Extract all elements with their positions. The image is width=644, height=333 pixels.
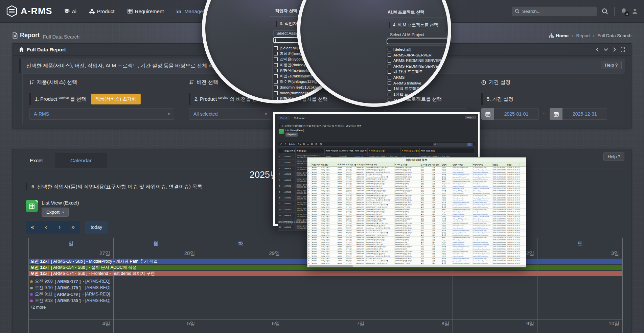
table-row[interactable]: 39A-RMS2025년 1분기ARMS하위이슈ARMS-18MiddlePro…: [307, 255, 526, 258]
table-row[interactable]: 35A-RMS2025년 1분기ARMS연결이슈ARMS-191[ARMS-RE…: [307, 246, 526, 248]
table-row[interactable]: 30A-RMS2025년 1분기ARMS요구사항ARMS-177[ARMS-RE…: [307, 234, 526, 237]
table-row[interactable]: 2A-RMS2025년 1분기ARMS요구사항ARMS-183[ARMS-REQ…: [307, 169, 526, 171]
column-header[interactable]: 제품(서비스): [283, 148, 296, 154]
table-row[interactable]: 14A-RMS2025년 1분기ARMS요구사항ARMS-183[ARMS-RE…: [307, 197, 526, 199]
table-row[interactable]: 38A-RMS2025년 1분기ARMS요구사항ARMS-183[ARMS-RE…: [307, 253, 526, 255]
table-row[interactable]: 10A-RMS2025년 1분기ARMS연결이슈ARMS-176[ARMS-RE…: [307, 188, 526, 190]
table-row[interactable]: 26A-RMS2025년 1분기ARMS요구사항ARMS-183[ARMS-RE…: [307, 225, 526, 227]
checkbox-icon[interactable]: [274, 91, 278, 95]
toolbar-item[interactable]: Arial ▾: [289, 143, 295, 146]
table-row[interactable]: 34A-RMS2025년 1분기ARMS연결이슈ARMS-176[ARMS-RE…: [307, 243, 526, 246]
checkbox-icon[interactable]: [274, 97, 278, 100]
calendar-icon-button[interactable]: [481, 108, 494, 120]
search-submit-icon[interactable]: [602, 8, 608, 15]
table-row[interactable]: 29A-RMS2025년 1분기ARMS하위이슈ARMS-174Frontend…: [307, 232, 526, 234]
alm-project-filter-input[interactable]: [387, 39, 451, 44]
alm-project-select-magnified[interactable]: Select ALM Project: [387, 32, 451, 38]
calendar-next-year-button[interactable]: »: [66, 221, 80, 234]
day-cell[interactable]: 6일: [198, 319, 283, 333]
table-row[interactable]: 16A-RMS2025년 1분기ARMS하위이슈ARMS-154설치 문서 AD…: [307, 201, 526, 204]
checkbox-icon[interactable]: [388, 48, 391, 51]
table-row[interactable]: 24A-RMS2025년 1분기ARMS요구사항ARMS-192[ARMS-RE…: [307, 220, 526, 222]
day-cell[interactable]: 10일: [537, 319, 622, 333]
table-row[interactable]: 33A-RMS2025년 1분기ARMS요구사항ARMS-180[ARMS-RE…: [307, 241, 526, 244]
checkbox-icon[interactable]: [388, 59, 391, 63]
version-select[interactable]: All selected▾: [189, 108, 271, 120]
toolbar-item[interactable]: ⊞: [315, 143, 317, 146]
toolbar-item[interactable]: ↷: [284, 143, 286, 146]
column-header[interactable]: 요구사항 상태: [420, 163, 432, 166]
alm-project-option[interactable]: ARMS-REDMINE-SERVER - ARMS-RE: [388, 58, 451, 64]
calendar-next-button[interactable]: ›: [53, 221, 66, 234]
table-row[interactable]: 40A-RMS2025년 1분기ARMS하위이슈ARMS-154설치 문서 AD…: [307, 258, 526, 260]
calendar-prev-button[interactable]: ‹: [39, 221, 53, 234]
toolbar-item[interactable]: ↶: [280, 143, 282, 146]
table-row[interactable]: 42A-RMS2025년 1분기ARMS요구사항ARMS-177[ARMS-RE…: [307, 262, 526, 265]
today-button[interactable]: today: [85, 221, 108, 234]
toolbar-item[interactable]: ⬒: [320, 143, 322, 146]
column-header[interactable]: A-RMS 요구사항 상태: [401, 148, 420, 154]
help-button[interactable]: Help ?: [601, 61, 622, 69]
calendar-prev-year-button[interactable]: «: [26, 221, 39, 234]
alm-project-option[interactable]: ARMS-JIRA-SERVER: [388, 52, 451, 58]
table-row[interactable]: 13A-RMS2025년 1분기ARMS요구사항ARMS-182[ARMS-RE…: [307, 195, 526, 197]
column-header[interactable]: ALM 이슈 키: [353, 148, 368, 154]
table-row[interactable]: 4A-RMS2025년 1분기ARMS하위이슈ARMS-154설치 문서 ADO…: [307, 174, 526, 176]
table-row[interactable]: 15A-RMS2025년 1분기ARMS하위이슈ARMS-18MiddlePro…: [307, 199, 526, 201]
column-header[interactable]: [278, 148, 283, 154]
table-row[interactable]: 11A-RMS2025년 1분기ARMS연결이슈ARMS-191[ARMS-RE…: [307, 190, 526, 192]
product-select[interactable]: A-RMS▾: [29, 108, 174, 120]
column-header[interactable]: 담당자 이메일: [452, 163, 473, 166]
table-row[interactable]: 28A-RMS2025년 1분기ARMS하위이슈ARMS-154설치 문서 AD…: [307, 230, 526, 232]
column-header[interactable]: ALM 이슈 제목: [420, 148, 475, 154]
calendar-event-dot-item[interactable]: 오전 9:08[ ARMS-177 ]- [ARMS-REQ] 모니터: [30, 278, 112, 285]
mini-tab-excel[interactable]: Excel: [278, 116, 290, 120]
checkbox-icon[interactable]: [388, 93, 391, 96]
search-input[interactable]: [512, 6, 597, 16]
table-row[interactable]: 19A-RMS2025년 1분기ARMS요구사항ARMS-178[ARMS-RE…: [307, 209, 526, 211]
toolbar-item[interactable]: ≣: [311, 143, 313, 146]
table-row[interactable]: 3A-RMS2025년 1분기ARMS하위이슈ARMS-18MiddleProx…: [307, 171, 526, 174]
table-row[interactable]: 18A-RMS2025년 1분기ARMS요구사항ARMS-177[ARMS-RE…: [307, 206, 526, 209]
table-row[interactable]: 12A-RMS2025년 1분기ARMS요구사항ARMS-192[ARMS-RE…: [307, 192, 526, 195]
toolbar-item[interactable]: B: [303, 143, 305, 145]
checkbox-icon[interactable]: [388, 81, 391, 85]
checkbox-icon[interactable]: [274, 52, 278, 55]
expand-icon[interactable]: [621, 47, 625, 52]
day-cell[interactable]: 8일: [368, 319, 453, 333]
column-header[interactable]: 작성자 이메일: [473, 163, 493, 166]
breadcrumb-home[interactable]: Home: [549, 33, 569, 38]
day-cell[interactable]: 7일: [283, 319, 368, 333]
column-header[interactable]: ALM 이슈 구분: [345, 163, 356, 166]
date-from-input[interactable]: 2025-01-01: [494, 108, 539, 120]
calendar-event-dot-item[interactable]: 오전 9:13[ ARMS-180 ]- [ARMS-REQ] 상패 제: [30, 298, 112, 304]
toolbar-item[interactable]: 9 ▾: [298, 143, 301, 146]
nav-item-product[interactable]: Product: [89, 8, 115, 14]
checkbox-icon[interactable]: [274, 74, 278, 78]
person-icon[interactable]: [632, 8, 638, 15]
checkbox-icon[interactable]: [388, 76, 391, 79]
column-header[interactable]: ALM Project: [325, 148, 338, 154]
export-button[interactable]: Export▾: [42, 208, 69, 217]
checkbox-icon[interactable]: [388, 98, 391, 102]
breadcrumb-report[interactable]: Report: [576, 33, 590, 38]
brand-logo[interactable]: A-RMS: [6, 5, 52, 17]
table-row[interactable]: 32A-RMS2025년 1분기ARMS요구사항ARMS-179[ARMS-RE…: [307, 239, 526, 241]
nav-item-ai[interactable]: Ai: [64, 8, 76, 14]
product-reset-button[interactable]: 제품(서비스) 초기화: [91, 94, 141, 104]
checkbox-icon[interactable]: [388, 70, 391, 74]
checkbox-icon[interactable]: [274, 46, 278, 50]
more-events-link[interactable]: +2 more: [30, 305, 112, 310]
column-header[interactable]: 담당자: [441, 163, 452, 166]
date-to-input[interactable]: 2025-12-31: [562, 108, 607, 120]
table-row[interactable]: 27A-RMS2025년 1분기ARMS하위이슈ARMS-18MiddlePro…: [307, 227, 526, 230]
table-row[interactable]: 1A-RMS2025년 1분기ARMS요구사항ARMS-182[ARMS-REQ…: [307, 167, 526, 169]
calendar-event-dot-item[interactable]: 오전 9:11[ ARMS-179 ]- [ARMS-REQ] 캐릭터: [30, 291, 112, 298]
column-header[interactable]: 수정일: [506, 163, 520, 166]
column-header[interactable]: 이슈 상태: [432, 163, 441, 166]
table-row[interactable]: 23A-RMS2025년 1분기ARMS연결이슈ARMS-191[ARMS-RE…: [307, 218, 526, 220]
checkbox-icon[interactable]: [388, 87, 391, 91]
table-row[interactable]: 6A-RMS2025년 1분기ARMS요구사항ARMS-177[ARMS-REQ…: [307, 178, 526, 181]
column-header[interactable]: 생성일: [493, 163, 506, 166]
table-row[interactable]: 8A-RMS2025년 1분기ARMS요구사항ARMS-179[ARMS-REQ…: [307, 183, 526, 185]
